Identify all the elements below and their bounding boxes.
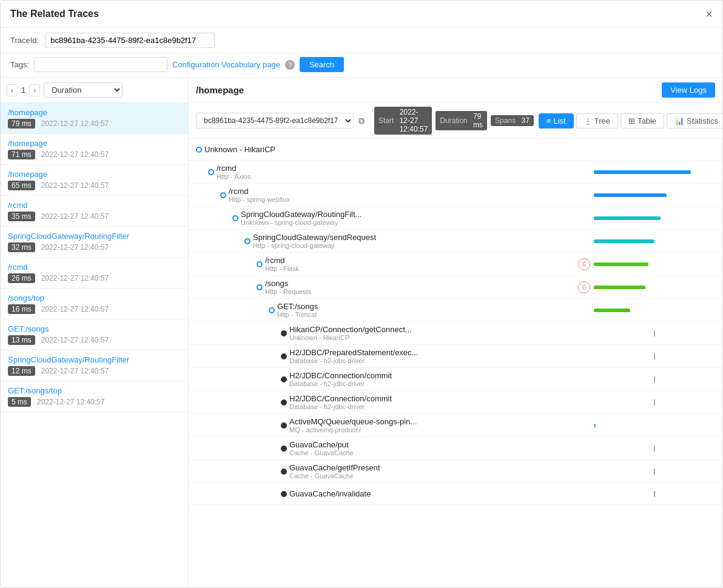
span-row[interactable]: GuavaCache/put Cache - GuavaCache xyxy=(189,437,722,460)
trace-item-duration: 13 ms xyxy=(8,335,35,345)
span-name: H2/JDBC/Connection/commit xyxy=(289,394,594,403)
table-tab-label: Table xyxy=(637,116,656,125)
trace-list-item[interactable]: /homepage 65 ms 2022-12-27 12:40:57 xyxy=(1,165,188,196)
span-info: SpringCloudGateway/sendRequest Http - sp… xyxy=(253,233,594,249)
traceid-input[interactable] xyxy=(45,33,215,48)
trace-item-time: 2022-12-27 12:40:57 xyxy=(41,119,109,128)
span-bar-area xyxy=(594,446,715,452)
trace-item-name: SpringCloudGateway/RoutingFilter xyxy=(8,355,181,364)
tab-tree[interactable]: ⋮ Tree xyxy=(576,113,618,129)
trace-list-item[interactable]: /rcmd 26 ms 2022-12-27 12:40:57 xyxy=(1,258,188,289)
tree-tab-icon: ⋮ xyxy=(584,116,592,125)
span-info: H2/JDBC/PreparedStatement/exec... Databa… xyxy=(289,348,594,364)
duration-select[interactable]: Duration Start Time Span Count xyxy=(44,82,123,98)
span-sub: Unknown - spring-cloud-gateway xyxy=(241,219,594,226)
trace-list-item[interactable]: /songs/top 16 ms 2022-12-27 12:40:57 xyxy=(1,289,188,319)
tags-input[interactable] xyxy=(34,57,167,72)
trace-item-duration: 5 ms xyxy=(8,397,31,407)
span-info: GuavaCache/put Cache - GuavaCache xyxy=(289,440,594,456)
span-bar-area xyxy=(594,399,715,406)
config-link[interactable]: Configuration Vocabulary page xyxy=(172,60,280,69)
trace-item-duration: 16 ms xyxy=(8,304,35,314)
trace-item-meta: 35 ms 2022-12-27 12:40:57 xyxy=(8,212,181,221)
trace-list-item[interactable]: GET:/songs/top 5 ms 2022-12-27 12:40:57 xyxy=(1,381,188,412)
span-row[interactable]: SpringCloudGateway/RoutingFilt... Unknow… xyxy=(189,207,722,230)
span-row[interactable]: GuavaCache/getIfPresent Cache - GuavaCac… xyxy=(189,460,722,483)
trace-list-item[interactable]: /homepage 71 ms 2022-12-27 12:40:57 xyxy=(1,134,188,165)
span-bar-area xyxy=(594,491,715,497)
span-sub: Database - h2-jdbc-driver xyxy=(289,357,594,364)
trace-list-item[interactable]: GET:/songs 13 ms 2022-12-27 12:40:57 xyxy=(1,319,188,350)
tab-statistics[interactable]: 📊 Statistics xyxy=(667,113,722,129)
trace-item-name: /homepage xyxy=(8,108,181,117)
trace-item-meta: 12 ms 2022-12-27 12:40:57 xyxy=(8,366,181,376)
span-row[interactable]: /rcmd Http - spring-webflux xyxy=(189,184,722,207)
help-icon[interactable]: ? xyxy=(285,60,295,70)
span-info: GuavaCache/getIfPresent Cache - GuavaCac… xyxy=(289,463,594,479)
span-name: SpringCloudGateway/sendRequest xyxy=(253,233,594,242)
span-info: HikariCP/Connection/getConnect... Unknow… xyxy=(289,325,594,341)
span-row[interactable]: /rcmd Http - Axios xyxy=(189,161,722,184)
trace-list-item[interactable]: /rcmd 35 ms 2022-12-27 12:40:57 xyxy=(1,196,188,227)
span-row[interactable]: H2/JDBC/PreparedStatement/exec... Databa… xyxy=(189,345,722,368)
span-row[interactable]: HikariCP/Connection/getConnect... Unknow… xyxy=(189,322,722,345)
span-sub: Database - h2-jdbc-driver xyxy=(289,403,594,410)
span-badge: 6 xyxy=(578,258,590,270)
spans-tag-value: 37 xyxy=(521,116,529,125)
search-button[interactable]: Search xyxy=(300,57,344,72)
span-name: /rcmd xyxy=(217,164,594,173)
trace-item-duration: 71 ms xyxy=(8,150,35,159)
span-bar-area xyxy=(594,170,715,174)
trace-item-time: 2022-12-27 12:40:57 xyxy=(41,181,109,190)
span-dot xyxy=(281,469,287,475)
span-bar xyxy=(594,170,691,174)
duration-tag-label: Duration xyxy=(440,116,467,125)
span-dot xyxy=(269,307,275,313)
span-bar xyxy=(594,239,654,243)
span-row[interactable]: ActiveMQ/Queue/queue-songs-pin... MQ - a… xyxy=(189,414,722,437)
spans-tag-label: Spans xyxy=(495,116,516,125)
view-logs-button[interactable]: View Logs xyxy=(662,82,715,98)
span-info: ActiveMQ/Queue/queue-songs-pin... MQ - a… xyxy=(289,417,594,433)
span-bar-area xyxy=(594,309,715,312)
trace-item-meta: 32 ms 2022-12-27 12:40:57 xyxy=(8,242,181,252)
span-row[interactable]: Unknown - HikariCP xyxy=(189,139,722,161)
modal-container: The Related Traces × TraceId: Tags: Conf… xyxy=(0,0,723,588)
trace-item-duration: 12 ms xyxy=(8,366,35,376)
tab-table[interactable]: ⊞ Table xyxy=(620,113,664,129)
span-sub: Cache - GuavaCache xyxy=(289,472,594,479)
span-row[interactable]: /rcmd Http - Flask 6 xyxy=(189,253,722,276)
span-row[interactable]: GET:/songs Http - Tomcat xyxy=(189,299,722,322)
tab-list[interactable]: ≡ List xyxy=(539,113,574,129)
span-dot xyxy=(281,330,287,336)
trace-list-item[interactable]: SpringCloudGateway/RoutingFilter 32 ms 2… xyxy=(1,227,188,258)
span-name: GET:/songs xyxy=(277,302,594,311)
traceid-row: TraceId: xyxy=(1,28,722,53)
span-dot xyxy=(244,238,251,244)
span-sub: Database - h2-jdbc-driver xyxy=(289,380,594,387)
modal-title: The Related Traces xyxy=(10,8,99,19)
close-button[interactable]: × xyxy=(705,8,713,20)
span-name: HikariCP/Connection/getConnect... xyxy=(289,325,594,334)
trace-item-name: GET:/songs/top xyxy=(8,386,181,395)
prev-page-button[interactable]: ‹ xyxy=(7,84,18,96)
trace-list-item[interactable]: SpringCloudGateway/RoutingFilter 12 ms 2… xyxy=(1,350,188,381)
trace-id-select[interactable]: bc8961ba-4235-4475-89f2-ea1c8e9b2f17 xyxy=(196,113,354,129)
span-bar-area xyxy=(594,216,715,220)
span-row[interactable]: /songs Http - Requests 6 xyxy=(189,276,722,299)
next-page-button[interactable]: › xyxy=(29,84,40,96)
copy-icon-button[interactable]: ⧉ xyxy=(358,116,365,126)
span-dot xyxy=(232,215,238,221)
span-row[interactable]: H2/JDBC/Connection/commit Database - h2-… xyxy=(189,368,722,391)
span-row[interactable]: H2/JDBC/Connection/commit Database - h2-… xyxy=(189,391,722,414)
right-panel: /homepage View Logs bc8961ba-4235-4475-8… xyxy=(189,78,722,587)
span-row[interactable]: SpringCloudGateway/sendRequest Http - sp… xyxy=(189,230,722,253)
trace-item-duration: 32 ms xyxy=(8,242,35,252)
trace-item-meta: 79 ms 2022-12-27 12:40:57 xyxy=(8,119,181,129)
trace-item-meta: 13 ms 2022-12-27 12:40:57 xyxy=(8,335,181,345)
span-bar-area xyxy=(594,353,715,359)
span-name: H2/JDBC/PreparedStatement/exec... xyxy=(289,348,594,357)
span-row[interactable]: GuavaCache/invalidate xyxy=(189,483,722,505)
span-info: H2/JDBC/Connection/commit Database - h2-… xyxy=(289,371,594,387)
trace-list-item[interactable]: /homepage 79 ms 2022-12-27 12:40:57 xyxy=(1,103,188,134)
